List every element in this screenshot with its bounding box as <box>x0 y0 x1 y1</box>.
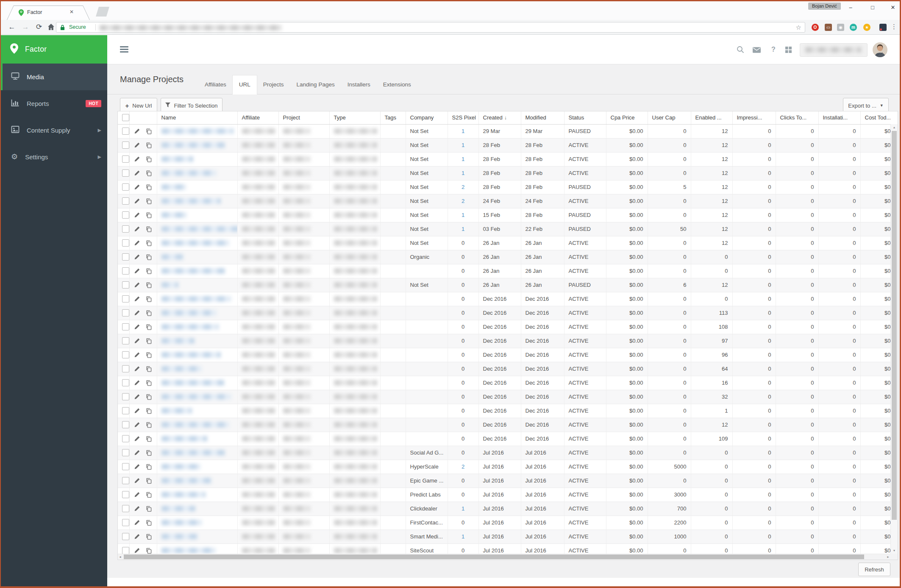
row-checkbox[interactable] <box>122 379 129 386</box>
copy-icon[interactable] <box>146 128 152 134</box>
copy-icon[interactable] <box>146 170 152 176</box>
reload-icon[interactable]: ⟳ <box>33 20 45 34</box>
column-header-s2s[interactable]: S2S Pixel <box>448 111 478 124</box>
copy-icon[interactable] <box>146 520 152 526</box>
row-checkbox[interactable] <box>122 128 129 135</box>
column-header-status[interactable]: Status <box>564 111 606 124</box>
tab-landing-pages[interactable]: Landing Pages <box>290 75 341 94</box>
help-icon[interactable]: ? <box>769 46 778 54</box>
row-checkbox[interactable] <box>122 505 129 512</box>
copy-icon[interactable] <box>146 338 152 344</box>
copy-icon[interactable] <box>146 296 152 302</box>
copy-icon[interactable] <box>146 366 152 372</box>
row-checkbox[interactable] <box>122 351 129 358</box>
edit-icon[interactable] <box>134 184 140 190</box>
select-all-checkbox-cell[interactable] <box>118 111 129 124</box>
back-icon[interactable]: ← <box>6 20 18 34</box>
user-name-box[interactable] <box>800 43 868 57</box>
edit-icon[interactable] <box>134 394 140 399</box>
column-header-company[interactable]: Company <box>406 111 448 124</box>
copy-icon[interactable] <box>146 352 152 358</box>
s2s-pixel-link[interactable]: 1 <box>462 156 464 162</box>
copy-icon[interactable] <box>146 282 152 288</box>
copy-icon[interactable] <box>146 394 152 400</box>
teal-m-extension-icon[interactable]: m <box>850 24 857 31</box>
edit-icon[interactable] <box>134 142 140 148</box>
copy-icon[interactable] <box>146 212 152 218</box>
copy-icon[interactable] <box>146 310 152 316</box>
row-checkbox[interactable] <box>122 155 129 163</box>
tab-close-icon[interactable]: ✕ <box>70 9 74 15</box>
edit-icon[interactable] <box>134 422 140 427</box>
row-checkbox[interactable] <box>122 295 129 302</box>
tab-extensions[interactable]: Extensions <box>377 75 417 94</box>
column-header-impressions[interactable]: Impressi... <box>732 111 776 124</box>
s2s-pixel-link[interactable]: 2 <box>462 184 464 190</box>
edit-icon[interactable] <box>134 198 140 204</box>
row-checkbox[interactable] <box>122 337 129 344</box>
row-checkbox[interactable] <box>122 449 129 456</box>
window-close-button[interactable]: ✕ <box>886 2 900 13</box>
refresh-button[interactable]: Refresh <box>858 563 890 576</box>
new-tab-button[interactable] <box>96 7 109 17</box>
scroll-right-icon[interactable]: ► <box>887 554 890 560</box>
edit-icon[interactable] <box>134 226 140 232</box>
edit-icon[interactable] <box>134 282 140 288</box>
edit-icon[interactable] <box>134 324 140 330</box>
edit-icon[interactable] <box>134 506 140 511</box>
copy-icon[interactable] <box>146 436 152 442</box>
sidebar-item-content-supply[interactable]: Content Supply▶ <box>1 117 107 144</box>
row-checkbox[interactable] <box>122 533 129 540</box>
edit-icon[interactable] <box>134 436 140 441</box>
elephant-extension-icon[interactable] <box>879 24 887 31</box>
copy-icon[interactable] <box>146 506 152 512</box>
row-checkbox[interactable] <box>122 183 129 191</box>
s2s-pixel-link[interactable]: 1 <box>462 142 464 148</box>
apps-grid-icon[interactable] <box>784 46 793 54</box>
copy-icon[interactable] <box>146 226 152 232</box>
copy-icon[interactable] <box>146 464 152 470</box>
home-icon[interactable] <box>45 20 57 34</box>
row-checkbox[interactable] <box>122 211 129 219</box>
scroll-left-icon[interactable]: ◄ <box>119 554 122 560</box>
row-checkbox[interactable] <box>122 225 129 233</box>
column-header-cpa[interactable]: Cpa Price <box>606 111 648 124</box>
copy-icon[interactable] <box>146 142 152 148</box>
row-checkbox[interactable] <box>122 491 129 498</box>
row-checkbox[interactable] <box>122 463 129 470</box>
column-header-created[interactable]: Created↓ <box>478 111 521 124</box>
copy-icon[interactable] <box>146 408 152 414</box>
avatar[interactable] <box>873 42 887 57</box>
sidebar-item-reports[interactable]: ReportsHOT <box>1 90 107 117</box>
row-checkbox[interactable] <box>122 407 129 414</box>
row-checkbox[interactable] <box>122 323 129 330</box>
row-checkbox[interactable] <box>122 267 129 275</box>
edit-icon[interactable] <box>134 268 140 274</box>
copy-icon[interactable] <box>146 156 152 162</box>
tab-url[interactable]: URL <box>233 75 257 94</box>
forward-icon[interactable]: → <box>19 20 31 34</box>
select-all-checkbox[interactable] <box>122 114 129 121</box>
column-header-installs[interactable]: Installati... <box>818 111 860 124</box>
copy-icon[interactable] <box>146 534 152 540</box>
edit-icon[interactable] <box>134 520 140 525</box>
horizontal-scroll-thumb[interactable] <box>124 555 864 559</box>
tab-affiliates[interactable]: Affiliates <box>198 75 233 94</box>
copy-icon[interactable] <box>146 198 152 204</box>
s2s-pixel-link[interactable]: 1 <box>462 128 464 134</box>
edit-icon[interactable] <box>134 352 140 358</box>
scroll-down-icon[interactable]: ▼ <box>891 548 898 553</box>
edit-icon[interactable] <box>134 366 140 372</box>
search-icon[interactable] <box>736 46 745 54</box>
row-checkbox[interactable] <box>122 519 129 526</box>
row-checkbox[interactable] <box>122 309 129 316</box>
column-header-name[interactable]: Name <box>157 111 237 124</box>
edit-icon[interactable] <box>134 156 140 162</box>
hamburger-menu-icon[interactable] <box>120 46 128 54</box>
edit-icon[interactable] <box>134 464 140 469</box>
column-header-modified[interactable]: Modified <box>521 111 564 124</box>
s2s-pixel-link[interactable]: 1 <box>462 226 464 232</box>
scroll-up-icon[interactable]: ▲ <box>891 125 898 130</box>
copy-icon[interactable] <box>146 268 152 274</box>
row-checkbox[interactable] <box>122 197 129 205</box>
